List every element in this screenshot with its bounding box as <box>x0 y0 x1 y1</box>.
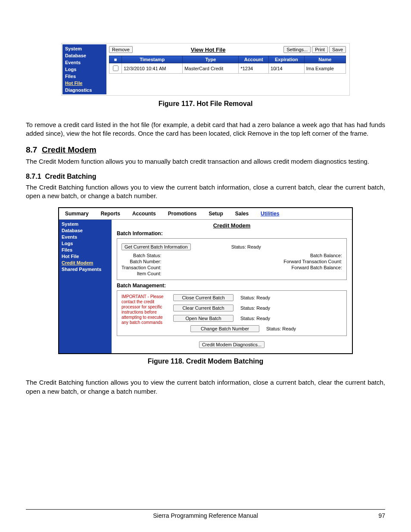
label-forward-batch-balance: Forward Batch Balance: <box>283 265 342 270</box>
save-button[interactable]: Save <box>329 46 346 53</box>
clear-batch-status: Status: Ready <box>240 305 270 311</box>
hot-file-table: ■ Timestamp Type Account Expiration Name… <box>109 56 346 74</box>
figure-118-caption: Figure 118. Credit Modem Batching <box>26 358 385 365</box>
figure-117-caption: Figure 117. Hot File Removal <box>26 100 385 108</box>
footer-page-number: 97 <box>378 512 385 519</box>
tab-reports[interactable]: Reports <box>95 208 126 219</box>
sidebar-item-events[interactable]: Events <box>65 60 104 65</box>
table-row[interactable]: 12/3/2010 10:41 AM MasterCard Credit *12… <box>109 63 346 74</box>
tab-setup[interactable]: Setup <box>202 208 229 219</box>
cell-name: Ima Example <box>304 63 346 74</box>
sidebar-item-database[interactable]: Database <box>62 228 109 233</box>
footer-title: Sierra Programming Reference Manual <box>153 512 258 519</box>
col-expiration: Expiration <box>269 56 305 63</box>
fig117-sidebar: System Database Events Logs Files Hot Fi… <box>62 44 106 94</box>
get-current-batch-button[interactable]: Get Current Batch Information <box>121 243 191 250</box>
credit-modem-diagnostics-button[interactable]: Credit Modem Diagnostics... <box>199 341 265 348</box>
change-batch-number-button[interactable]: Change Batch Number <box>190 325 259 332</box>
label-batch-balance: Batch Balance: <box>283 253 342 258</box>
sidebar-item-events[interactable]: Events <box>62 234 109 240</box>
sidebar-item-files[interactable]: Files <box>65 74 104 79</box>
print-button[interactable]: Print <box>312 46 328 53</box>
top-tab-bar: Summary Reports Accounts Promotions Setu… <box>59 208 352 220</box>
label-forward-tx-count: Forward Transaction Count: <box>283 259 342 264</box>
paragraph-credit-modem-intro: The Credit Modem function allows you to … <box>26 157 385 166</box>
sidebar-item-system[interactable]: System <box>62 221 109 227</box>
paragraph-credit-batching-1: The Credit Batching function allows you … <box>26 183 385 201</box>
tab-promotions[interactable]: Promotions <box>162 208 203 219</box>
label-batch-status: Batch Status: <box>121 253 162 258</box>
col-checkbox: ■ <box>109 56 122 63</box>
col-timestamp: Timestamp <box>122 56 183 63</box>
tab-accounts[interactable]: Accounts <box>126 208 162 219</box>
fig118-sidebar: System Database Events Logs Files Hot Fi… <box>59 220 112 353</box>
sidebar-item-system[interactable]: System <box>65 46 104 51</box>
view-hot-file-title: View Hot File <box>133 47 283 53</box>
sidebar-item-hot-file[interactable]: Hot File <box>65 81 104 86</box>
batch-management-heading: Batch Management: <box>117 283 347 289</box>
subsection-title: Credit Batching <box>45 173 96 180</box>
batch-management-box: IMPORTANT - Please contact the credit pr… <box>117 290 347 336</box>
paragraph-credit-batching-2: The Credit Batching function allows you … <box>26 378 385 396</box>
sidebar-item-shared-payments[interactable]: Shared Payments <box>62 267 109 272</box>
figure-118-credit-modem: Summary Reports Accounts Promotions Setu… <box>58 207 353 354</box>
sidebar-item-database[interactable]: Database <box>65 53 104 58</box>
batch-information-box: Get Current Batch Information Status: Re… <box>117 238 347 280</box>
cell-type: MasterCard Credit <box>183 63 239 74</box>
section-number: 8.7 <box>26 145 37 154</box>
batch-information-heading: Batch Information: <box>117 230 347 236</box>
settings-button[interactable]: Settings... <box>283 46 311 53</box>
label-batch-number: Batch Number: <box>121 259 162 264</box>
col-name: Name <box>304 56 346 63</box>
subsection-8-7-1-heading: 8.7.1 Credit Batching <box>26 173 385 180</box>
change-batch-status: Status: Ready <box>266 326 296 331</box>
sidebar-item-hot-file[interactable]: Hot File <box>62 254 109 259</box>
get-batch-status: Status: Ready <box>231 244 261 249</box>
sidebar-item-logs[interactable]: Logs <box>62 241 109 246</box>
cell-account: *1234 <box>239 63 269 74</box>
sidebar-item-credit-modem[interactable]: Credit Modem <box>62 260 109 265</box>
batch-warning-text: IMPORTANT - Please contact the credit pr… <box>121 294 169 332</box>
credit-modem-title: Credit Modem <box>117 222 347 229</box>
label-item-count: Item Count: <box>121 271 162 276</box>
col-account: Account <box>239 56 269 63</box>
tab-utilities[interactable]: Utilities <box>255 208 285 219</box>
close-current-batch-button[interactable]: Close Current Batch <box>173 294 234 301</box>
subsection-number: 8.7.1 <box>26 173 41 180</box>
label-transaction-count: Transaction Count: <box>121 265 162 270</box>
figure-117-hot-file: System Database Events Logs Files Hot Fi… <box>61 43 350 96</box>
cell-expiration: 10/14 <box>269 63 305 74</box>
close-batch-status: Status: Ready <box>240 295 270 300</box>
sidebar-item-diagnostics[interactable]: Diagnostics <box>65 87 104 93</box>
open-new-batch-button[interactable]: Open New Batch <box>173 315 234 322</box>
tab-sales[interactable]: Sales <box>229 208 255 219</box>
remove-button[interactable]: Remove <box>109 46 133 53</box>
page-footer: Sierra Programming Reference Manual 97 <box>26 509 385 519</box>
paragraph-remove-hot-file: To remove a credit card listed in the ho… <box>26 121 385 138</box>
clear-current-batch-button[interactable]: Clear Current Batch <box>173 305 234 311</box>
sidebar-item-logs[interactable]: Logs <box>65 67 104 72</box>
tab-summary[interactable]: Summary <box>59 208 95 219</box>
section-8-7-heading: 8.7 Credit Modem <box>26 145 385 155</box>
cell-timestamp: 12/3/2010 10:41 AM <box>122 63 183 74</box>
row-checkbox[interactable] <box>113 65 118 71</box>
open-batch-status: Status: Ready <box>240 316 270 321</box>
col-type: Type <box>183 56 239 63</box>
sidebar-item-files[interactable]: Files <box>62 247 109 252</box>
section-title: Credit Modem <box>42 145 97 154</box>
